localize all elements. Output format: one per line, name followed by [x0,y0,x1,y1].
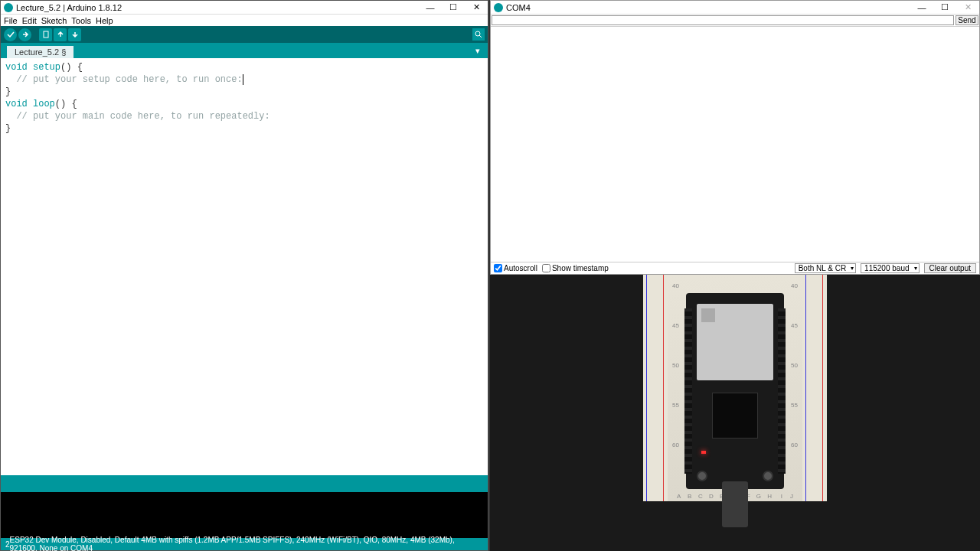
timestamp-box[interactable] [542,264,550,272]
serial-input[interactable] [492,15,954,25]
code-text: } [5,86,483,98]
esp32-rf-shield [697,304,773,380]
baud-dropdown[interactable]: 115200 baud [861,263,919,273]
col-label: A [677,493,681,500]
arduino-titlebar: Lecture_5.2 | Arduino 1.8.12 — ☐ ✕ [1,1,488,15]
hardware-photo: 40 40 45 45 50 50 55 55 60 60 A B C D E … [490,275,980,551]
col-label: B [688,493,691,500]
code-editor[interactable]: void setup() { // put your setup code he… [1,58,488,475]
serial-window-controls: — ☐ ✕ [910,1,979,15]
arduino-window-controls: — ☐ ✕ [419,1,488,15]
close-button[interactable]: ✕ [465,1,488,15]
col-label: G [756,493,761,500]
code-comment: // put your setup code here, to run once… [5,74,243,85]
code-fn: setup [28,62,60,73]
minimize-button[interactable]: — [419,1,442,15]
code-keyword: void [5,99,28,109]
sketch-tab[interactable]: Lecture_5.2 § [7,46,74,58]
timestamp-label: Show timestamp [552,264,609,272]
maximize-button[interactable]: ☐ [442,1,465,15]
usb-cable [722,481,748,527]
tab-menu-button[interactable]: ▾ [472,45,483,56]
menu-tools[interactable]: Tools [70,16,93,25]
autoscroll-box[interactable] [494,264,502,272]
code-fn: loop [28,99,55,109]
arduino-window-title: Lecture_5.2 | Arduino 1.8.12 [16,3,419,12]
arduino-statusbar [1,475,488,492]
boot-button [763,471,773,481]
serial-bottombar: Autoscroll Show timestamp Both NL & CR 1… [491,262,979,274]
power-rail-left [643,275,668,501]
row-number: 40 [672,282,679,289]
row-number: 60 [672,442,679,448]
col-label: I [781,493,782,500]
serial-titlebar: COM4 — ☐ ✕ [491,1,979,15]
row-number: 50 [672,362,679,369]
breadboard: 40 40 45 45 50 50 55 55 60 60 A B C D E … [643,275,827,501]
svg-rect-0 [44,31,48,37]
menu-file[interactable]: File [2,16,19,25]
menu-help[interactable]: Help [94,16,115,25]
arduino-bottombar: 2 ESP32 Dev Module, Disabled, Default 4M… [1,538,488,550]
open-sketch-button[interactable] [54,28,67,41]
new-sketch-button[interactable] [39,28,52,41]
row-number: 60 [791,442,798,448]
col-label: C [698,493,703,500]
serial-monitor-button[interactable] [472,28,485,41]
row-number: 40 [791,282,798,289]
row-number: 50 [791,362,798,369]
pin-header-left [684,308,692,474]
board-info: ESP32 Dev Module, Disabled, Default 4MB … [10,536,483,551]
code-comment: // put your main code here, to run repea… [5,111,270,122]
serial-output[interactable] [491,27,979,262]
col-label: H [767,493,772,500]
code-text: () { [55,99,77,109]
esp32-board [686,293,784,489]
row-number: 55 [791,402,798,409]
autoscroll-checkbox[interactable]: Autoscroll [494,264,537,272]
save-sketch-button[interactable] [68,28,81,41]
esp32-chip [712,393,758,439]
en-button [697,471,707,481]
menu-edit[interactable]: Edit [21,16,38,25]
row-number: 45 [791,322,798,329]
code-text: () { [60,62,83,73]
code-keyword: void [5,62,28,73]
close-button[interactable]: ✕ [956,1,979,15]
col-label: J [790,493,793,500]
power-rail-right [802,275,827,501]
menu-sketch[interactable]: Sketch [40,16,69,25]
serial-app-icon [494,3,503,12]
arduino-app-icon [4,3,13,12]
upload-button[interactable] [18,28,31,41]
row-number: 55 [672,402,679,409]
timestamp-checkbox[interactable]: Show timestamp [542,264,609,272]
serial-input-row: Send [491,15,979,27]
arduino-ide-window: Lecture_5.2 | Arduino 1.8.12 — ☐ ✕ File … [0,0,488,551]
arduino-console[interactable] [1,492,488,538]
row-number: 45 [672,322,679,329]
line-ending-dropdown[interactable]: Both NL & CR [795,263,856,273]
verify-button[interactable] [4,28,17,41]
power-led [701,451,706,454]
maximize-button[interactable]: ☐ [933,1,956,15]
autoscroll-label: Autoscroll [504,264,537,272]
pin-header-right [778,308,786,474]
col-label: D [709,493,714,500]
minimize-button[interactable]: — [910,1,933,15]
code-text: } [5,122,483,135]
text-cursor [243,74,243,85]
serial-monitor-window: COM4 — ☐ ✕ Send Autoscroll Show timestam… [490,0,980,275]
send-button[interactable]: Send [956,15,978,25]
clear-output-button[interactable]: Clear output [924,263,976,273]
arduino-toolbar [1,26,488,43]
serial-window-title: COM4 [506,3,910,12]
arduino-menubar: File Edit Sketch Tools Help [1,15,488,26]
arduino-tabbar: Lecture_5.2 § ▾ [1,43,488,58]
